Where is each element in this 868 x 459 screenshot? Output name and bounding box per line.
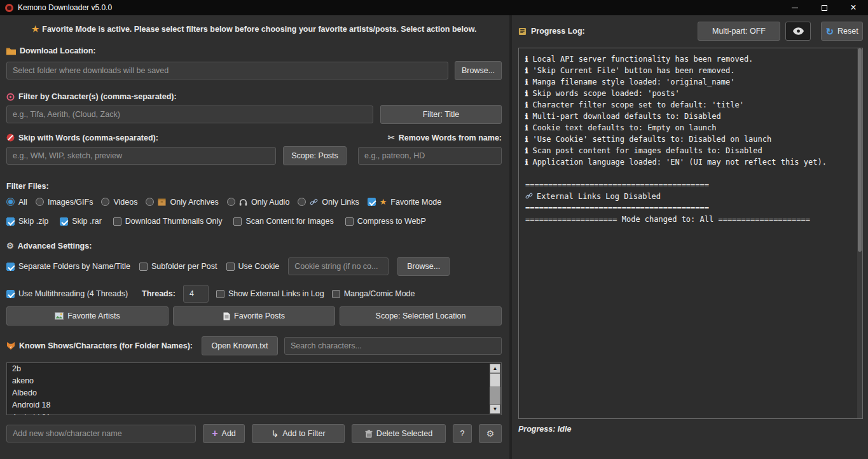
radio-only-links[interactable]: Only Links — [298, 198, 359, 207]
radio-label: Images/GIFs — [48, 198, 93, 207]
checkbox-favorite-mode[interactable]: ★ Favorite Mode — [368, 197, 442, 207]
log-line: ℹApplication language loaded: 'EN' (UI m… — [525, 156, 856, 168]
progress-log-area[interactable]: ℹLocal API server functionality has been… — [518, 48, 863, 419]
browse-download-button[interactable]: Browse... — [455, 61, 502, 80]
known-characters-label-text: Known Shows/Characters (for Folder Names… — [19, 341, 193, 350]
left-panel: ★ Favorite Mode is active. Please select… — [0, 15, 509, 459]
log-scrollbar[interactable] — [857, 48, 862, 418]
checkbox-icon — [139, 263, 148, 271]
list-item[interactable]: Android 18 — [7, 399, 501, 411]
help-button[interactable]: ? — [453, 424, 472, 443]
radio-images-gifs[interactable]: Images/GIFs — [36, 198, 93, 207]
character-search-input[interactable] — [284, 337, 502, 355]
checkbox-subfolder-per-post[interactable]: Subfolder per Post — [139, 262, 217, 271]
skip-words-input[interactable] — [6, 147, 276, 165]
delete-selected-button[interactable]: Delete Selected — [352, 424, 446, 443]
skip-scope-button[interactable]: Scope: Posts — [283, 146, 347, 165]
radio-only-archives[interactable]: Only Archives — [146, 198, 218, 207]
log-line: ======================================== — [525, 179, 856, 191]
down-arrow-icon: ▼ — [493, 406, 498, 412]
checkbox-label: Separate Folders by Name/Title — [18, 262, 130, 271]
favorite-scope-label: Scope: Selected Location — [376, 312, 466, 320]
favorite-artists-label: Favorite Artists — [67, 312, 120, 320]
checkbox-thumbnails-only[interactable]: Download Thumbnails Only — [113, 217, 223, 226]
known-characters-list[interactable]: 2bakenoAlbedoAndroid 18Android 21 ▲ ▼ — [6, 362, 502, 415]
image-icon — [55, 312, 64, 320]
radio-only-audio[interactable]: Only Audio — [227, 198, 289, 207]
radio-icon — [101, 198, 109, 206]
headphones-icon — [239, 198, 247, 206]
checkbox-separate-folders[interactable]: Separate Folders by Name/Title — [6, 262, 130, 271]
radio-all[interactable]: All — [6, 198, 27, 207]
cookie-string-input[interactable] — [288, 257, 389, 275]
scroll-down-button[interactable]: ▼ — [490, 404, 500, 414]
link-icon — [525, 192, 533, 200]
checkbox-multithreading[interactable]: Use Multithreading (4 Threads) — [6, 289, 128, 298]
list-item[interactable]: 2b — [7, 363, 501, 375]
info-icon: ℹ — [525, 123, 528, 132]
remove-words-input[interactable] — [358, 147, 502, 165]
radio-icon — [298, 198, 306, 206]
browse-cookie-button[interactable]: Browse... — [397, 257, 450, 276]
favorite-artists-button[interactable]: Favorite Artists — [6, 306, 169, 325]
advanced-settings-label-text: Advanced Settings: — [18, 242, 92, 250]
window-controls: × — [780, 0, 868, 15]
settings-button[interactable]: ⚙ — [479, 424, 502, 443]
multipart-toggle-button[interactable]: Multi-part: OFF — [698, 22, 780, 41]
maximize-icon — [822, 5, 827, 11]
trash-icon — [365, 430, 373, 438]
minimize-button[interactable] — [780, 0, 809, 15]
maximize-button[interactable] — [809, 0, 839, 15]
info-icon: ℹ — [525, 146, 528, 155]
reset-button[interactable]: ↻ Reset — [821, 22, 863, 41]
list-item[interactable]: akeno — [7, 375, 501, 387]
radio-icon — [146, 198, 154, 206]
favorite-scope-button[interactable]: Scope: Selected Location — [340, 306, 502, 325]
scroll-up-button[interactable]: ▲ — [490, 364, 500, 373]
checkbox-compress-webp[interactable]: Compress to WebP — [345, 217, 426, 226]
checkbox-label: Scan Content for Images — [245, 217, 333, 226]
add-character-button[interactable]: + Add — [203, 424, 245, 443]
log-scrollbar-thumb[interactable] — [858, 48, 862, 252]
checkbox-label: Manga/Comic Mode — [344, 289, 415, 298]
filter-scope-button[interactable]: Filter: Title — [380, 105, 502, 124]
checkbox-manga-mode[interactable]: Manga/Comic Mode — [332, 289, 415, 298]
checkbox-icon — [216, 290, 224, 298]
filter-files-label-text: Filter Files: — [6, 182, 49, 191]
star-icon: ★ — [380, 197, 387, 207]
checkbox-skip-rar[interactable]: Skip .rar — [60, 217, 102, 226]
checkbox-scan-content[interactable]: Scan Content for Images — [233, 217, 333, 226]
scrollbar-track[interactable] — [490, 373, 500, 404]
threads-label: Threads: — [142, 289, 176, 298]
add-to-filter-button[interactable]: ↳ Add to Filter — [252, 424, 345, 443]
log-list-icon — [518, 27, 527, 36]
checkbox-show-external-links[interactable]: Show External Links in Log — [216, 289, 324, 298]
download-location-input[interactable] — [6, 62, 448, 79]
checkbox-icon — [368, 198, 376, 206]
list-scrollbar[interactable]: ▲ ▼ — [490, 364, 500, 414]
checkbox-skip-zip[interactable]: Skip .zip — [6, 217, 48, 226]
scrollbar-thumb[interactable] — [490, 373, 500, 387]
list-item[interactable]: Albedo — [7, 387, 501, 399]
download-location-label-text: Download Location: — [20, 46, 95, 55]
close-icon: × — [850, 3, 856, 13]
open-known-txt-button[interactable]: Open Known.txt — [202, 336, 278, 355]
checkbox-label: Skip .rar — [72, 217, 102, 226]
threads-input[interactable] — [183, 285, 209, 303]
target-icon — [6, 93, 15, 101]
file-filter-checkboxes: Skip .zip Skip .rar Download Thumbnails … — [6, 217, 502, 226]
checkbox-use-cookie[interactable]: Use Cookie — [226, 262, 280, 271]
eye-toggle-button[interactable] — [785, 22, 811, 41]
log-line: ℹCookie text defaults to: Empty on launc… — [525, 122, 856, 134]
radio-label: Only Audio — [251, 198, 289, 207]
remove-words-label: ✂ Remove Words from name: — [388, 133, 502, 142]
close-button[interactable]: × — [839, 0, 868, 15]
radio-videos[interactable]: Videos — [101, 198, 137, 207]
progress-log-label: Progress Log: — [518, 27, 585, 36]
fox-icon — [6, 342, 15, 350]
add-character-input[interactable] — [6, 425, 196, 442]
list-item[interactable]: Android 21 — [7, 411, 501, 415]
checkbox-label: Use Cookie — [238, 262, 280, 271]
character-filter-input[interactable] — [6, 106, 373, 123]
favorite-posts-button[interactable]: Favorite Posts — [173, 306, 335, 325]
